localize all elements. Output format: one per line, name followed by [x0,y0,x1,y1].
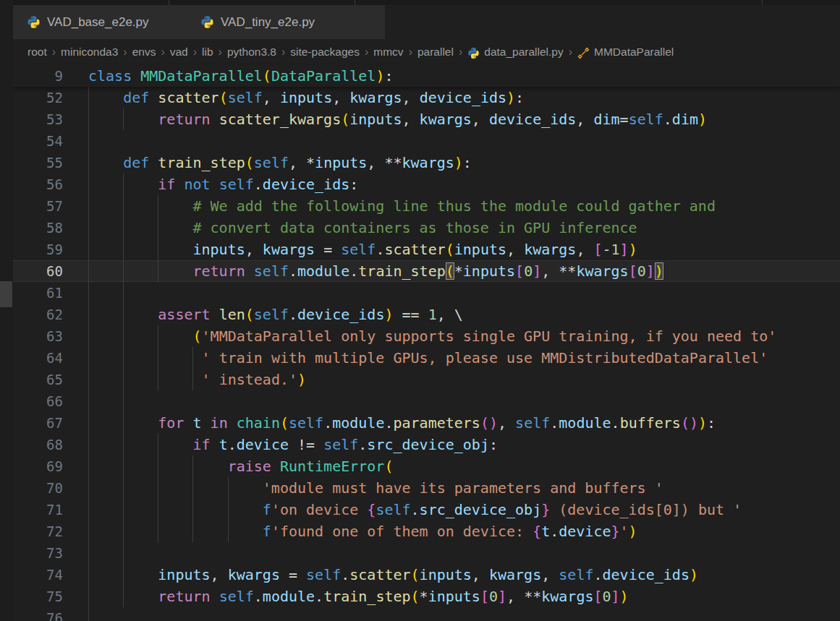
code-line[interactable]: 58 # convert data containers as those in… [13,217,840,239]
line-number[interactable]: 73 [13,542,63,564]
code-token: device_ids [420,89,506,106]
code-token: = [620,111,629,128]
indent-guide [88,412,89,434]
code-line[interactable]: 74 inputs, kwargs = self.scatter(inputs,… [13,564,840,586]
line-number[interactable]: 62 [13,304,63,325]
line-number[interactable]: 72 [13,521,63,542]
code-line[interactable]: 70 'module must have its parameters and … [13,477,840,499]
line-number[interactable]: 67 [13,412,63,434]
code-line[interactable]: 69 raise RuntimeError( [13,455,840,477]
line-number[interactable]: 75 [13,586,63,607]
code-token: , \ [437,306,463,323]
breadcrumb-item[interactable]: miniconda3 [61,46,118,58]
code-line[interactable]: 57 # We add the following line thus the … [13,195,840,217]
tab-vad-tiny-e2e[interactable]: VAD_tiny_e2e.py [170,5,385,39]
code-token: ( [245,306,254,323]
code-line[interactable]: 62 assert len(self.device_ids) == 1, \ [13,304,840,325]
line-number[interactable]: 59 [13,239,63,260]
code-token: ' [620,523,629,540]
code-token: : [489,436,498,453]
code-token: ' instead.' [202,371,297,388]
code-token: scatter_kwargs [219,111,341,128]
line-number[interactable]: 54 [13,130,63,152]
code-token: . [289,306,297,323]
breadcrumb-item[interactable]: envs [132,46,156,58]
breadcrumb-file[interactable]: data_parallel.py [484,46,563,59]
line-number[interactable]: 58 [13,217,63,239]
breadcrumb-item[interactable]: lib [202,46,213,58]
sticky-line[interactable]: 9 class MMDataParallel(DataParallel): [13,65,840,87]
code-token: self [559,566,593,583]
code-token: def [123,89,158,106]
breadcrumb-symbol[interactable]: MMDataParallel [594,46,674,59]
code-line[interactable]: 66 [13,390,840,412]
code-line[interactable]: 56 if not self.device_ids: [13,174,840,195]
code-token: # convert data containers as those in GP… [88,219,637,236]
code-line[interactable]: 59 inputs, kwargs = self.scatter(inputs,… [13,239,840,260]
breadcrumb-item[interactable]: parallel [417,46,454,58]
code-token: self [629,111,663,128]
code-token: parameters [394,414,480,432]
breadcrumb-item[interactable]: root [27,46,47,58]
line-number[interactable]: 74 [13,564,63,586]
code-line[interactable]: 55 def train_step(self, *inputs, **kwarg… [13,152,840,174]
code-line-text: def scatter(self, inputs, kwargs, device… [63,87,840,108]
code-line[interactable]: 67 for t in chain(self.module.parameters… [13,412,840,434]
code-line[interactable]: 53 return scatter_kwargs(inputs, kwargs,… [13,108,840,130]
code-token [88,89,123,106]
code-line[interactable]: 72 f'found one of them on device: {t.dev… [13,521,840,542]
code-token: ] [533,262,541,280]
code-line[interactable]: 65 ' instead.') [13,369,840,390]
tab-separator [169,0,169,5]
line-number[interactable]: 70 [13,477,63,499]
line-number[interactable]: 69 [13,455,63,477]
code-token: [ [515,262,524,280]
line-number[interactable]: 71 [13,499,63,521]
line-number[interactable]: 64 [13,347,63,369]
line-number[interactable]: 55 [13,152,63,174]
indent-guide [228,477,229,499]
line-number[interactable]: 56 [13,174,63,195]
code-line[interactable]: 68 if t.device != self.src_device_obj: [13,434,840,455]
line-number[interactable]: 76 [13,607,63,621]
line-number[interactable]: 53 [13,108,63,130]
line-number[interactable]: 52 [13,87,63,108]
indent-guide [158,325,158,347]
line-number[interactable]: 61 [13,282,63,304]
breadcrumb-separator: › [569,46,572,59]
code-line[interactable]: 61 [13,282,840,304]
code-line[interactable]: 63 ('MMDataParallel only supports single… [13,325,840,347]
code-token: device [559,523,611,540]
code-token: kwargs [489,566,541,583]
code-token [88,154,123,171]
line-number[interactable]: 65 [13,369,63,390]
code-line[interactable]: 75 return self.module.train_step(*inputs… [13,586,840,607]
code-token: . [550,414,559,432]
line-number[interactable]: 60 [13,260,63,282]
indent-guide [123,174,124,195]
code-token: MMDataParallel [140,67,263,85]
tab-vad-base-e2e[interactable]: VAD_base_e2e.py [13,5,182,39]
code-line[interactable]: 52 def scatter(self, inputs, kwargs, dev… [13,87,840,108]
line-number[interactable]: 63 [13,325,63,347]
code-line[interactable]: 64 ' train with multiple GPUs, please us… [13,347,840,369]
code-line[interactable]: 60 return self.module.train_step(*inputs… [13,260,840,282]
code-line[interactable]: 71 f'on device {self.src_device_obj} (de… [13,499,840,521]
code-token: len [219,306,245,323]
breadcrumb-item[interactable]: site-packages [290,46,360,58]
indent-guide [88,499,89,521]
breadcrumb-item[interactable]: mmcv [373,46,403,58]
indent-guide [123,586,124,607]
breadcrumb-item[interactable]: python3.8 [227,46,276,58]
code-line[interactable]: 54 [13,130,840,152]
line-number[interactable]: 57 [13,195,63,217]
line-number[interactable]: 66 [13,390,63,412]
code-line[interactable]: 73 [13,542,840,564]
code-token: * [454,262,463,280]
line-number[interactable]: 68 [13,434,63,455]
left-rail-thumb[interactable] [0,281,12,307]
code-token: self [323,436,358,453]
code-line[interactable]: 76 [13,607,840,621]
breadcrumb-item[interactable]: vad [170,46,188,58]
code-token [88,501,263,518]
